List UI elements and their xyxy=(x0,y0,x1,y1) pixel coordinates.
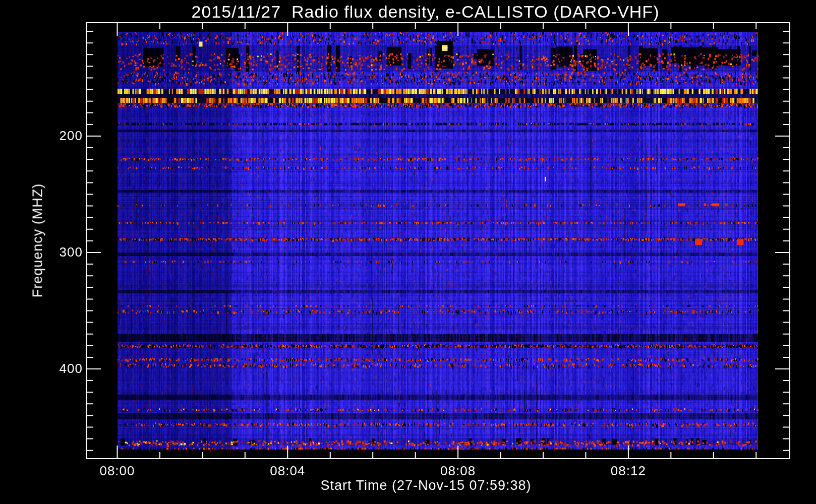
y-axis-label: Frequency (MHZ) xyxy=(30,183,46,298)
x-tick-label: 08:12 xyxy=(598,463,659,479)
x-tick-label: 08:00 xyxy=(87,463,148,479)
y-tick-label: 400 xyxy=(27,361,83,376)
y-tick-label: 200 xyxy=(27,128,83,144)
spectrogram-plot-canvas xyxy=(0,0,816,504)
x-tick-label: 08:08 xyxy=(428,463,488,479)
spectrogram-screen: { "chart_data": { "type": "heatmap", "su… xyxy=(0,0,816,504)
x-axis-label: Start Time (27-Nov-15 07:59:38) xyxy=(74,478,778,493)
chart-title: 2015/11/27 Radio flux density, e-CALLIST… xyxy=(74,2,777,22)
x-tick-label: 08:04 xyxy=(257,463,318,479)
y-tick-label: 300 xyxy=(27,244,83,260)
